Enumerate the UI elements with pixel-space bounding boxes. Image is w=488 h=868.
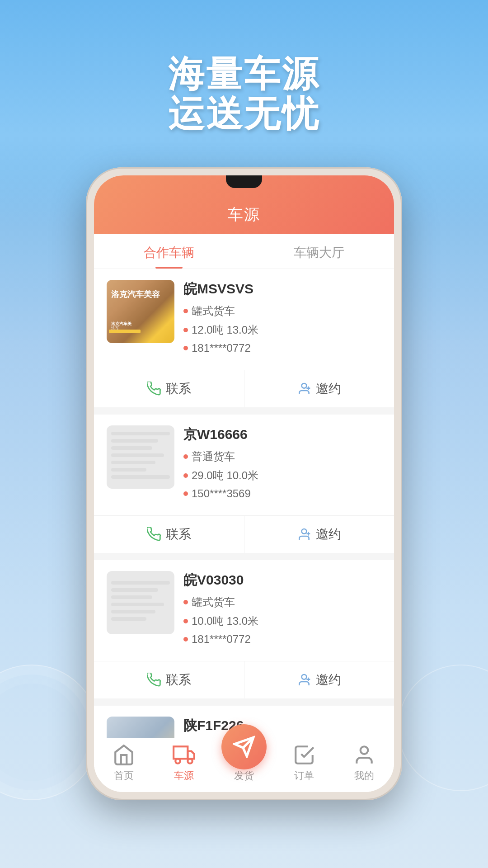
vehicle-image [107,425,174,489]
home-icon [113,744,135,766]
document-lines [107,576,174,629]
dot-icon [183,328,188,332]
page-title: 车源 [228,204,260,225]
contact-button[interactable]: 联系 [94,516,244,553]
action-row: 联系 邀约 [94,661,394,698]
vehicle-plate: 皖V03030 [183,571,381,590]
vehicle-thumbnail [107,425,174,489]
svg-point-15 [188,759,192,763]
vehicle-size: 29.0吨 10.0米 [183,468,381,483]
user-icon [353,744,375,766]
vehicle-card: 洛克汽车美 洗车 皖MSVSVS 罐式货车 [94,269,394,407]
invite-icon [297,382,311,396]
dot-icon [183,346,188,350]
deco-circle-right [398,665,488,791]
doc-line [111,603,164,606]
vehicle-details: 京W16666 普通货车 29.0吨 10.0米 [183,425,381,505]
vehicle-size: 12.0吨 13.0米 [183,323,381,337]
screen-content: 车源 合作车辆 车辆大厅 [94,175,394,792]
vehicle-list: 洛克汽车美 洗车 皖MSVSVS 罐式货车 [94,269,394,792]
send-fab-button[interactable] [221,724,267,769]
vehicle-plate: 皖MSVSVS [183,280,381,298]
dot-icon [183,491,188,496]
dot-icon [183,309,188,313]
tab-bar: 合作车辆 车辆大厅 [94,234,394,269]
vehicle-details: 皖V03030 罐式货车 10.0吨 13.0米 [183,571,381,650]
vehicle-plate: 陕F1F226 [183,717,381,735]
document-lines [107,427,174,487]
vehicle-phone: 181****0772 [183,633,381,646]
svg-point-3 [302,383,307,388]
dot-icon [183,473,188,478]
action-row: 联系 邀约 [94,515,394,553]
doc-line [111,475,170,479]
phone-screen: 车源 合作车辆 车辆大厅 [94,175,394,792]
bottom-navigation: 首页 车源 发货 [94,738,394,792]
invite-button[interactable]: 邀约 [244,516,394,553]
vehicle-thumbnail: 洛克汽车美 洗车 [107,280,174,343]
phone-frame: 车源 合作车辆 车辆大厅 [86,167,402,800]
nav-vehicles[interactable]: 车源 [154,738,214,788]
doc-line [111,588,158,592]
doc-line [111,468,146,472]
action-row: 联系 邀约 [94,370,394,407]
doc-line [111,595,152,599]
doc-line [111,446,152,450]
vehicle-card: 京W16666 普通货车 29.0吨 10.0米 [94,415,394,553]
dot-icon [183,637,188,642]
svg-text:洗车: 洗车 [111,326,119,330]
nav-profile[interactable]: 我的 [334,738,394,788]
camera-notch [226,175,262,188]
nav-orders[interactable]: 订单 [274,738,334,788]
doc-line [111,610,155,613]
vehicle-phone: 181****0772 [183,342,381,354]
doc-line [111,439,158,443]
truck-icon [173,744,195,766]
svg-point-9 [302,675,307,679]
dot-icon [183,619,188,623]
vehicle-card: 皖V03030 罐式货车 10.0吨 13.0米 [94,560,394,698]
vehicle-image [107,571,174,634]
vehicle-size: 10.0吨 13.0米 [183,614,381,628]
vehicle-thumbnail [107,571,174,634]
invite-icon [297,527,311,542]
vehicle-info-row: 皖V03030 罐式货车 10.0吨 13.0米 [94,560,394,661]
svg-marker-13 [188,751,195,759]
phone-icon [147,673,161,687]
svg-rect-12 [174,746,188,759]
vehicle-type: 普通货车 [183,449,381,464]
tab-vehicle-hall[interactable]: 车辆大厅 [244,234,394,269]
hero-title: 海量车源 运送无忧 [0,54,488,134]
list-icon [293,744,315,766]
vehicle-info-row: 京W16666 普通货车 29.0吨 10.0米 [94,415,394,515]
svg-text:洛克汽车美: 洛克汽车美 [111,321,132,326]
phone-icon [147,382,161,396]
doc-line [111,461,155,464]
deco-circle-left [0,665,99,800]
doc-line [111,581,170,585]
dot-icon [183,600,188,604]
doc-line [111,617,146,621]
vehicle-details: 皖MSVSVS 罐式货车 12.0吨 13.0米 [183,280,381,359]
contact-button[interactable]: 联系 [94,661,244,698]
phone-icon [147,527,161,542]
vehicle-type: 罐式货车 [183,304,381,318]
hero-section: 海量车源 运送无忧 [0,54,488,134]
nav-home[interactable]: 首页 [94,738,154,788]
svg-point-18 [360,746,368,754]
contact-button[interactable]: 联系 [94,370,244,407]
vehicle-info-row: 洛克汽车美 洗车 皖MSVSVS 罐式货车 [94,269,394,370]
tab-cooperative-vehicles[interactable]: 合作车辆 [94,234,244,269]
svg-point-14 [175,759,180,763]
doc-line [111,453,164,457]
invite-button[interactable]: 邀约 [244,370,394,407]
send-icon [233,736,255,758]
invite-button[interactable]: 邀约 [244,661,394,698]
doc-line [111,432,170,435]
invite-icon [297,673,311,687]
vehicle-cards-container: 洛克汽车美 洗车 皖MSVSVS 罐式货车 [94,269,394,792]
svg-point-6 [302,529,307,534]
vehicle-plate: 京W16666 [183,425,381,444]
vehicle-image: 洛克汽车美 洗车 [107,280,174,343]
nav-send[interactable]: 发货 [214,738,274,788]
